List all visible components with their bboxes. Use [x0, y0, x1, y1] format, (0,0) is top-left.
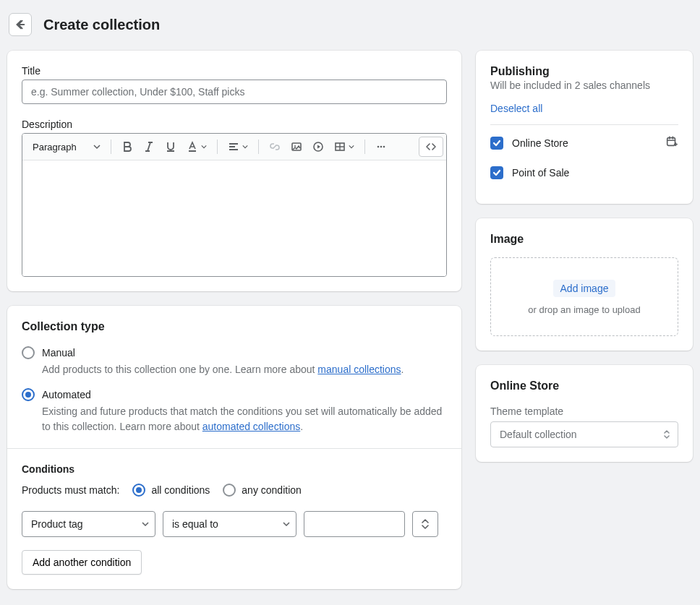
rte-paragraph-select[interactable]: Paragraph: [25, 137, 105, 157]
rte-bold-button[interactable]: [117, 137, 137, 157]
rte-divider: [217, 140, 218, 154]
condition-relation-select[interactable]: is equal to: [163, 511, 296, 537]
sort-icon: [421, 519, 430, 529]
manual-help-text: Add products to this collection one by o…: [42, 362, 447, 377]
manual-collections-link[interactable]: manual collections: [317, 364, 401, 375]
condition-value-input[interactable]: [304, 511, 405, 537]
match-label: Products must match:: [22, 484, 119, 496]
rich-text-editor: Paragraph: [22, 133, 447, 277]
svg-point-17: [383, 146, 385, 148]
automated-collections-link[interactable]: automated collections: [202, 421, 300, 432]
rte-source-button[interactable]: [419, 137, 443, 157]
conditions-heading: Conditions: [22, 463, 447, 475]
svg-point-16: [380, 146, 383, 148]
caret-down-icon: [93, 143, 101, 150]
rte-color-button[interactable]: [182, 137, 211, 157]
add-condition-button[interactable]: Add another condition: [22, 550, 142, 575]
title-description-card: Title Description Paragraph: [7, 51, 461, 291]
radio-icon: [132, 484, 145, 497]
radio-label: Automated: [42, 389, 91, 400]
collection-type-card: Collection type Manual Add products to t…: [7, 306, 461, 589]
theme-template-select[interactable]: Default collection: [490, 421, 678, 447]
back-button[interactable]: [9, 13, 32, 36]
rte-toolbar: Paragraph: [22, 134, 446, 160]
match-any-label: any condition: [242, 484, 302, 496]
more-icon: [375, 141, 387, 153]
channel-name: Point of Sale: [512, 167, 678, 179]
align-icon: [228, 141, 239, 153]
theme-template-value: Default collection: [500, 429, 577, 440]
caret-down-icon: [242, 144, 248, 150]
page-title: Create collection: [43, 17, 160, 33]
rte-divider: [258, 140, 259, 154]
rte-italic-button[interactable]: [139, 137, 159, 157]
channel-point-of-sale: Point of Sale: [490, 160, 678, 189]
radio-manual[interactable]: Manual: [22, 346, 447, 359]
link-icon: [269, 141, 281, 153]
bold-icon: [121, 141, 133, 153]
svg-rect-5: [189, 150, 196, 152]
video-icon: [312, 141, 324, 153]
theme-template-label: Theme template: [490, 406, 678, 417]
schedule-button[interactable]: [665, 135, 678, 150]
add-image-button[interactable]: Add image: [553, 280, 616, 297]
code-icon: [425, 141, 437, 153]
text-color-icon: [187, 141, 198, 153]
radio-label: Manual: [42, 347, 75, 359]
rte-more-button[interactable]: [371, 137, 391, 157]
image-icon: [291, 141, 302, 153]
caret-down-icon: [283, 520, 290, 528]
table-icon: [334, 141, 346, 153]
rte-table-button[interactable]: [330, 137, 359, 157]
underline-icon: [165, 141, 176, 153]
image-card: Image Add image or drop an image to uplo…: [476, 218, 693, 351]
rte-video-button[interactable]: [308, 137, 328, 157]
calendar-add-icon: [665, 135, 678, 148]
title-input[interactable]: [22, 80, 447, 104]
rte-body[interactable]: [22, 160, 446, 276]
match-all-label: all conditions: [151, 484, 210, 496]
automated-help-text: Existing and future products that match …: [42, 404, 447, 434]
image-drop-zone[interactable]: Add image or drop an image to upload: [490, 257, 678, 336]
collection-type-heading: Collection type: [22, 320, 447, 333]
svg-point-15: [377, 146, 380, 148]
condition-field-select[interactable]: Product tag: [22, 511, 155, 537]
caret-down-icon: [201, 144, 207, 150]
svg-point-10: [294, 145, 296, 147]
italic-icon: [143, 141, 155, 153]
channel-name: Online Store: [512, 137, 657, 149]
checkbox-checked-icon[interactable]: [490, 137, 503, 150]
caret-down-icon: [142, 520, 149, 528]
caret-down-icon: [349, 144, 354, 150]
radio-automated[interactable]: Automated: [22, 388, 447, 401]
image-drop-hint: or drop an image to upload: [498, 304, 670, 315]
match-all-radio[interactable]: all conditions: [132, 484, 210, 497]
condition-field-value: Product tag: [31, 518, 83, 530]
condition-relation-value: is equal to: [172, 518, 218, 530]
publishing-subtext: Will be included in 2 sales channels: [490, 80, 678, 91]
match-any-radio[interactable]: any condition: [223, 484, 302, 497]
publishing-heading: Publishing: [490, 65, 678, 78]
rte-divider: [111, 140, 111, 154]
channel-online-store: Online Store: [490, 125, 678, 160]
rte-divider: [364, 140, 365, 154]
checkbox-checked-icon[interactable]: [490, 166, 503, 179]
description-label: Description: [22, 119, 447, 130]
svg-line-3: [148, 142, 150, 151]
rte-align-button[interactable]: [223, 137, 252, 157]
rte-link-button[interactable]: [265, 137, 285, 157]
radio-icon: [22, 346, 35, 359]
online-store-card: Online Store Theme template Default coll…: [476, 365, 693, 462]
condition-sort-button[interactable]: [412, 511, 438, 537]
image-heading: Image: [490, 233, 678, 246]
publishing-card: Publishing Will be included in 2 sales c…: [476, 51, 693, 204]
rte-paragraph-label: Paragraph: [33, 142, 77, 153]
rte-image-button[interactable]: [286, 137, 307, 157]
title-label: Title: [22, 65, 447, 77]
deselect-all-link[interactable]: Deselect all: [490, 103, 542, 114]
online-store-heading: Online Store: [490, 379, 678, 392]
rte-underline-button[interactable]: [161, 137, 181, 157]
radio-icon: [22, 388, 35, 401]
radio-icon: [223, 484, 236, 497]
select-updown-icon: [663, 429, 670, 439]
